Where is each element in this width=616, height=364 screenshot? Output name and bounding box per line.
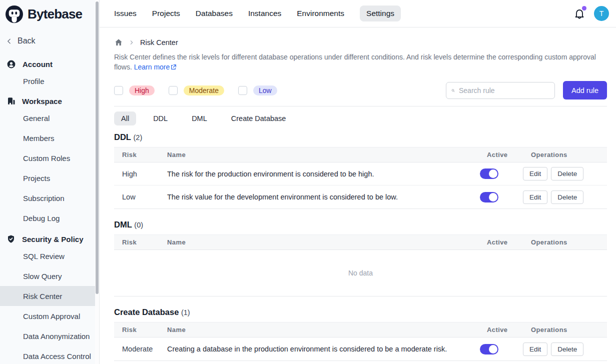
- brand-name: Bytebase: [28, 6, 82, 22]
- delete-button[interactable]: Delete: [551, 190, 583, 204]
- section-label: Security & Policy: [22, 235, 84, 244]
- nav-item-instances[interactable]: Instances: [248, 9, 281, 18]
- active-toggle[interactable]: [480, 168, 498, 179]
- table-header: Risk Name Active Operations: [114, 235, 607, 250]
- sidebar-section-workspace: Workspace: [0, 94, 95, 108]
- nav-item-databases[interactable]: Databases: [196, 9, 233, 18]
- sidebar-section-security-policy: Security & Policy: [0, 232, 95, 246]
- tab-dml[interactable]: DML: [185, 112, 214, 126]
- search-rule-input[interactable]: [459, 86, 549, 94]
- nav-item-projects[interactable]: Projects: [152, 9, 180, 18]
- sidebar-item-data-access-control[interactable]: Data Access Control: [0, 346, 95, 364]
- tab-create-database[interactable]: Create Database: [224, 112, 293, 126]
- section-title-dml: DML (0): [114, 220, 607, 230]
- sidebar-item-members[interactable]: Members: [0, 128, 95, 148]
- building-icon: [7, 96, 16, 106]
- high-checkbox[interactable]: [114, 86, 123, 95]
- nav-item-environments[interactable]: Environments: [297, 9, 344, 18]
- tab-ddl[interactable]: DDL: [146, 112, 175, 126]
- external-link-icon: [170, 64, 177, 70]
- home-icon[interactable]: [114, 38, 123, 47]
- shield-check-icon: [7, 234, 16, 244]
- filter-moderate: Moderate: [169, 86, 224, 96]
- high-badge: High: [129, 86, 155, 96]
- sidebar-item-slow-query[interactable]: Slow Query: [0, 266, 95, 286]
- sidebar-item-projects[interactable]: Projects: [0, 168, 95, 188]
- low-checkbox[interactable]: [238, 86, 247, 95]
- nav-item-issues[interactable]: Issues: [114, 9, 137, 18]
- table-header: Risk Name Active Operations: [114, 322, 607, 338]
- edit-button[interactable]: Edit: [523, 342, 547, 356]
- sidebar-item-subscription[interactable]: Subscription: [0, 188, 95, 208]
- section-label: Account: [23, 60, 53, 68]
- breadcrumb: Risk Center: [114, 38, 607, 48]
- table-row: Moderate Creating a database in the prod…: [114, 338, 607, 360]
- back-label: Back: [18, 36, 36, 46]
- sidebar-item-custom-approval[interactable]: Custom Approval: [0, 306, 95, 326]
- filter-toolbar: High Moderate Low: [114, 81, 607, 106]
- sidebar-section-account: Account: [0, 57, 95, 71]
- delete-button[interactable]: Delete: [551, 167, 583, 180]
- brand-logo[interactable]: Bytebase: [0, 0, 95, 28]
- moderate-badge: Moderate: [184, 86, 224, 96]
- search-rule-box: [446, 82, 555, 99]
- dml-rule-table: Risk Name Active Operations No data: [114, 234, 607, 296]
- section-label: Workspace: [22, 97, 62, 106]
- sidebar-item-sql-review[interactable]: SQL Review: [0, 246, 95, 266]
- bytebase-logo-icon: [5, 5, 24, 24]
- category-tabs: All DDL DML Create Database: [114, 112, 607, 126]
- sidebar-item-custom-roles[interactable]: Custom Roles: [0, 148, 95, 168]
- active-toggle[interactable]: [480, 344, 498, 354]
- sidebar-scrollbar[interactable]: [95, 0, 100, 364]
- scrollbar-thumb[interactable]: [96, 2, 99, 294]
- sidebar-item-debug-log[interactable]: Debug Log: [0, 208, 95, 228]
- empty-state: No data: [114, 250, 607, 296]
- active-toggle[interactable]: [480, 192, 498, 202]
- table-row: Low The risk value for the development e…: [114, 186, 607, 208]
- section-title-create-database: Create Database (1): [114, 308, 607, 317]
- settings-sidebar: Bytebase Back Account Profile Workspace …: [0, 0, 95, 364]
- main-area: Issues Projects Databases Instances Envi…: [100, 0, 616, 364]
- notification-dot: [582, 6, 586, 10]
- breadcrumb-current: Risk Center: [140, 38, 178, 46]
- risk-center-content: Risk Center Risk Center defines the risk…: [100, 28, 616, 361]
- edit-button[interactable]: Edit: [523, 190, 547, 204]
- low-badge: Low: [253, 86, 277, 96]
- learn-more-link[interactable]: Learn more: [134, 63, 177, 71]
- tab-all[interactable]: All: [114, 112, 136, 126]
- sidebar-item-general[interactable]: General: [0, 108, 95, 128]
- add-rule-button[interactable]: Add rule: [563, 81, 607, 100]
- chevron-left-icon: [6, 38, 13, 44]
- filter-low: Low: [238, 86, 277, 96]
- sidebar-item-profile[interactable]: Profile: [0, 71, 95, 91]
- filter-high: High: [114, 86, 155, 96]
- notification-bell-button[interactable]: [573, 8, 585, 20]
- sidebar-item-data-anonymization[interactable]: Data Anonymization: [0, 326, 95, 346]
- sidebar-item-risk-center[interactable]: Risk Center: [0, 286, 95, 306]
- table-header: Risk Name Active Operations: [114, 148, 607, 162]
- search-icon: [451, 86, 455, 94]
- nav-item-settings[interactable]: Settings: [360, 6, 401, 22]
- page-description: Risk Center defines the risk levels for …: [114, 52, 607, 72]
- chevron-right-icon: [129, 40, 134, 45]
- create-database-rule-table: Risk Name Active Operations Moderate Cre…: [114, 322, 607, 361]
- app-window: Bytebase Back Account Profile Workspace …: [0, 0, 616, 364]
- table-row: High The risk for the production environ…: [114, 162, 607, 186]
- delete-button[interactable]: Delete: [551, 342, 583, 356]
- top-navigation: Issues Projects Databases Instances Envi…: [100, 0, 616, 28]
- user-avatar[interactable]: T: [594, 6, 609, 21]
- back-button[interactable]: Back: [6, 34, 95, 48]
- moderate-checkbox[interactable]: [169, 86, 178, 95]
- user-icon: [7, 60, 16, 69]
- section-title-ddl: DDL (2): [114, 132, 607, 142]
- edit-button[interactable]: Edit: [523, 167, 547, 180]
- ddl-rule-table: Risk Name Active Operations High The ris…: [114, 147, 607, 209]
